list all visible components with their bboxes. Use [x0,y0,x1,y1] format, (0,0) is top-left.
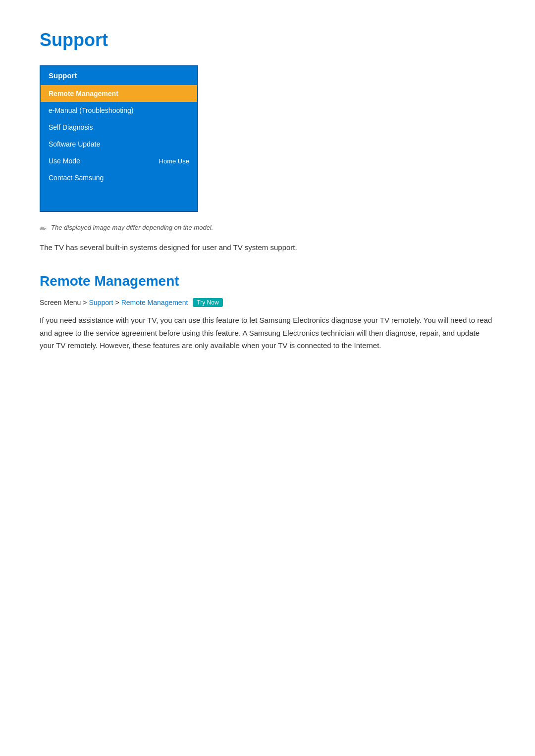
section-title-remote-management: Remote Management [40,273,495,289]
page-description: The TV has several built-in systems desi… [40,242,495,253]
menu-item-label: Self Diagnosis [49,123,93,131]
remote-management-body: If you need assistance with your TV, you… [40,314,495,352]
menu-header: Support [41,66,197,85]
menu-item-use-mode[interactable]: Use Mode Home Use [41,152,197,169]
menu-item-self-diagnosis[interactable]: Self Diagnosis [41,119,197,136]
menu-panel: Support Remote Management e-Manual (Trou… [40,65,198,212]
menu-item-label: Software Update [49,140,100,148]
menu-item-value: Home Use [159,157,189,165]
breadcrumb-separator-1: > [83,299,87,306]
breadcrumb: Screen Menu > Support > Remote Managemen… [40,298,495,307]
breadcrumb-start: Screen Menu [40,299,81,306]
breadcrumb-link-support[interactable]: Support [89,299,113,306]
menu-item-software-update[interactable]: Software Update [41,136,197,152]
menu-item-label: Contact Samsung [49,174,104,182]
menu-item-remote-management[interactable]: Remote Management [41,85,197,102]
menu-item-emanual[interactable]: e-Manual (Troubleshooting) [41,102,197,119]
note-text: The displayed image may differ depending… [51,224,213,231]
menu-footer [41,186,197,211]
menu-item-label: e-Manual (Troubleshooting) [49,106,133,114]
menu-item-label: Use Mode [49,157,80,165]
try-now-badge[interactable]: Try Now [193,298,222,307]
breadcrumb-link-remote-management[interactable]: Remote Management [121,299,188,306]
breadcrumb-separator-2: > [115,299,119,306]
note-row: ✏ The displayed image may differ dependi… [40,224,495,234]
page-title: Support [40,30,495,50]
pencil-icon: ✏ [40,224,46,234]
menu-item-contact-samsung[interactable]: Contact Samsung [41,169,197,186]
